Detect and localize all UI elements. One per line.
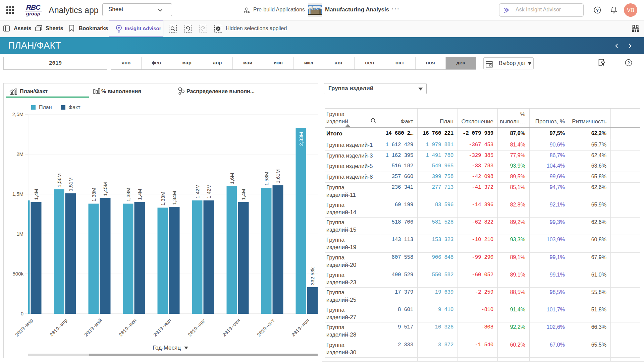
svg-text:1,45M: 1,45M — [102, 182, 108, 196]
svg-text:2019-апр: 2019-апр — [49, 318, 69, 338]
svg-text:2019-июл: 2019-июл — [152, 318, 172, 338]
svg-text:1,4M: 1,4M — [137, 189, 143, 200]
svg-text:1,42M: 1,42M — [195, 184, 200, 198]
svg-text:2,33M: 2,33M — [298, 132, 304, 146]
svg-text:1,4M: 1,4M — [240, 189, 246, 200]
svg-text:2,5M: 2,5M — [12, 111, 23, 117]
svg-text:План: План — [39, 105, 52, 110]
svg-text:?: ? — [627, 60, 630, 65]
svg-text:1,34M: 1,34M — [171, 191, 177, 205]
svg-text:0: 0 — [21, 311, 23, 316]
svg-text:1,33M: 1,33M — [160, 192, 166, 206]
svg-text:2019-ноя: 2019-ноя — [290, 318, 311, 338]
svg-text:2019-мар: 2019-мар — [14, 318, 34, 338]
svg-text:Факт: Факт — [68, 105, 80, 110]
svg-text:2019-сен: 2019-сен — [221, 318, 241, 338]
svg-text:332,53k: 332,53k — [310, 267, 315, 285]
svg-text:2M: 2M — [16, 151, 23, 157]
svg-text:2019-май: 2019-май — [83, 318, 103, 338]
svg-text:1,4M: 1,4M — [33, 189, 39, 200]
svg-text:1,42M: 1,42M — [206, 184, 212, 198]
svg-text:2019-окт: 2019-окт — [256, 318, 276, 338]
svg-text:1M: 1M — [16, 231, 23, 237]
svg-text:1,51M: 1,51M — [68, 177, 73, 191]
svg-text:1,5M: 1,5M — [12, 191, 23, 197]
svg-text:1,61M: 1,61M — [275, 169, 281, 183]
svg-text:2019-авг: 2019-авг — [187, 318, 207, 338]
svg-text:?: ? — [596, 8, 599, 13]
svg-text:500k: 500k — [12, 271, 23, 277]
svg-text:1,58M: 1,58M — [264, 172, 269, 186]
svg-text:2019-июн: 2019-июн — [118, 318, 138, 338]
svg-text:1,38M: 1,38M — [91, 188, 97, 202]
svg-text:1,56M: 1,56M — [56, 173, 62, 187]
svg-text:1,6M: 1,6M — [229, 173, 235, 184]
svg-text:Год-Месяц: Год-Месяц — [153, 345, 181, 351]
svg-text:1,38M: 1,38M — [125, 188, 131, 202]
